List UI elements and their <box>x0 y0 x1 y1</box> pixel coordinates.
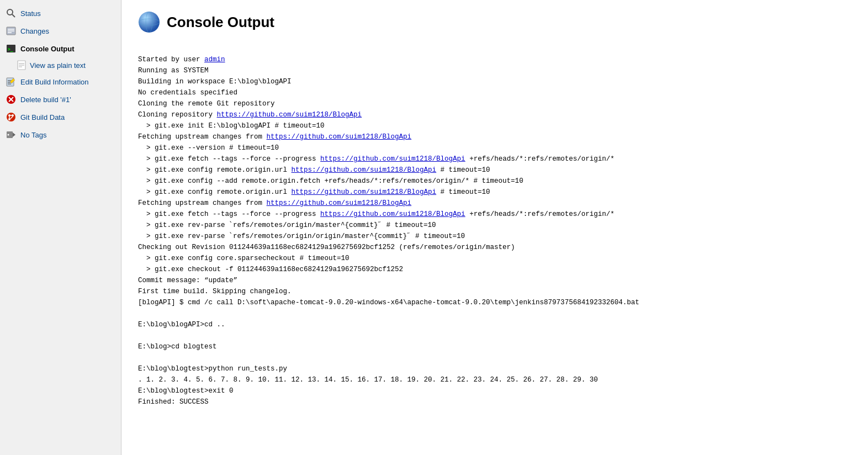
sidebar: Status Changes >_ Console Output <box>0 0 121 455</box>
console-sidebar-icon: >_ <box>6 43 17 54</box>
sidebar-item-edit-build-label: Edit Build Information <box>20 78 89 86</box>
console-line-9: > git.exe --version # timeout=10 <box>138 144 279 152</box>
repo-link-2[interactable]: https://github.com/suim1218/BlogApi <box>267 133 412 141</box>
console-line-24 <box>138 310 142 318</box>
sidebar-item-git-build-data[interactable]: Git Build Data <box>0 108 121 126</box>
console-line-7: > git.exe init E:\blog\blogAPI # timeout… <box>138 122 325 130</box>
console-line-3: Building in workspace E:\blog\blogAPI <box>138 78 292 86</box>
repo-link-6[interactable]: https://github.com/suim1218/BlogApi <box>267 199 412 207</box>
svg-point-20 <box>7 113 15 121</box>
repo-link-3[interactable]: https://github.com/suim1218/BlogApi <box>320 155 465 163</box>
svg-point-22 <box>12 114 14 117</box>
console-line-12: > git.exe config --add remote.origin.fet… <box>138 177 523 185</box>
sidebar-item-no-tags[interactable]: No Tags <box>0 126 121 144</box>
svg-point-0 <box>7 9 13 15</box>
sidebar-item-delete-build[interactable]: Delete build '#1' <box>0 91 121 108</box>
console-output-area: Started by user admin Running as SYSTEM … <box>138 43 851 419</box>
console-line-29: E:\blog\blogtest>python run_tests.py <box>138 365 287 373</box>
sidebar-item-view-plain-text-label: View as plain text <box>30 61 86 70</box>
console-line-21: Commit message: “update” <box>138 277 237 284</box>
console-line-6: Cloning repository https://github.com/su… <box>138 111 362 119</box>
console-line-22: First time build. Skipping changelog. <box>138 288 292 295</box>
console-line-2: Running as SYSTEM <box>138 67 209 75</box>
console-line-1: Started by user admin <box>138 56 225 64</box>
svg-point-21 <box>8 114 10 117</box>
page-header: Console Output <box>138 11 851 33</box>
console-line-15: > git.exe fetch --tags --force --progres… <box>138 210 615 218</box>
console-line-25: E:\blog\blogAPI>cd .. <box>138 321 225 329</box>
svg-line-1 <box>12 14 15 17</box>
console-line-17: > git.exe rev-parse ˋrefs/remotes/origin… <box>138 232 465 240</box>
console-line-16: > git.exe rev-parse ˋrefs/remotes/origin… <box>138 221 436 229</box>
console-line-31: E:\blog\blogtest>exit 0 <box>138 387 234 395</box>
sidebar-item-console-output[interactable]: >_ Console Output <box>0 40 121 57</box>
sidebar-item-no-tags-label: No Tags <box>20 131 46 139</box>
console-line-32: Finished: SUCCESS <box>138 398 209 406</box>
magnifier-icon <box>6 8 17 19</box>
changes-icon <box>6 25 17 36</box>
svg-point-29 <box>8 134 9 136</box>
console-line-23: [blogAPI] $ cmd /c call D:\soft\apache-t… <box>138 299 639 306</box>
repo-link-5[interactable]: https://github.com/suim1218/BlogApi <box>292 188 437 196</box>
console-line-30: . 1. 2. 3. 4. 5. 6. 7. 8. 9. 10. 11. 12.… <box>138 376 598 384</box>
delete-icon <box>6 94 17 105</box>
git-icon <box>6 112 17 123</box>
sidebar-item-edit-build-info[interactable]: Edit Build Information <box>0 73 121 91</box>
svg-text:>_: >_ <box>8 47 13 52</box>
sidebar-item-view-plain-text[interactable]: View as plain text <box>0 57 121 73</box>
main-content: Console Output Started by user admin Run… <box>121 0 868 455</box>
sidebar-item-status-label: Status <box>20 9 41 18</box>
console-line-18: Checking out Revision 011244639a1168ec68… <box>138 244 515 251</box>
svg-point-30 <box>139 12 160 33</box>
sidebar-item-status[interactable]: Status <box>0 4 121 22</box>
repo-link-7[interactable]: https://github.com/suim1218/BlogApi <box>320 210 465 218</box>
console-line-10: > git.exe fetch --tags --force --progres… <box>138 155 615 163</box>
plaintext-icon <box>17 60 27 70</box>
console-line-5: Cloning the remote Git repository <box>138 100 275 108</box>
console-output-icon <box>138 11 160 33</box>
console-line-13: > git.exe config remote.origin.url https… <box>138 188 490 196</box>
svg-point-23 <box>8 118 10 120</box>
page-title: Console Output <box>167 14 274 31</box>
console-line-26 <box>138 332 142 340</box>
repo-link-1[interactable]: https://github.com/suim1218/BlogApi <box>217 111 362 119</box>
console-line-4: No credentials specified <box>138 89 237 97</box>
console-line-8: Fetching upstream changes from https://g… <box>138 133 411 141</box>
console-line-19: > git.exe config core.sparsecheckout # t… <box>138 255 350 262</box>
svg-marker-28 <box>13 133 15 137</box>
console-line-20: > git.exe checkout -f 011244639a1168ec68… <box>138 266 403 273</box>
console-line-27: E:\blog>cd blogtest <box>138 343 217 351</box>
console-line-14: Fetching upstream changes from https://g… <box>138 199 411 207</box>
sidebar-item-console-label: Console Output <box>20 45 75 53</box>
repo-link-4[interactable]: https://github.com/suim1218/BlogApi <box>292 166 437 174</box>
admin-link[interactable]: admin <box>204 56 225 64</box>
sidebar-item-changes-label: Changes <box>20 27 49 35</box>
sidebar-item-git-label: Git Build Data <box>20 113 65 121</box>
notags-icon <box>6 129 17 140</box>
console-line-28 <box>138 354 142 362</box>
sidebar-item-delete-label: Delete build '#1' <box>20 96 71 104</box>
edit-icon <box>6 76 17 87</box>
console-line-11: > git.exe config remote.origin.url https… <box>138 166 490 174</box>
sidebar-item-changes[interactable]: Changes <box>0 22 121 40</box>
